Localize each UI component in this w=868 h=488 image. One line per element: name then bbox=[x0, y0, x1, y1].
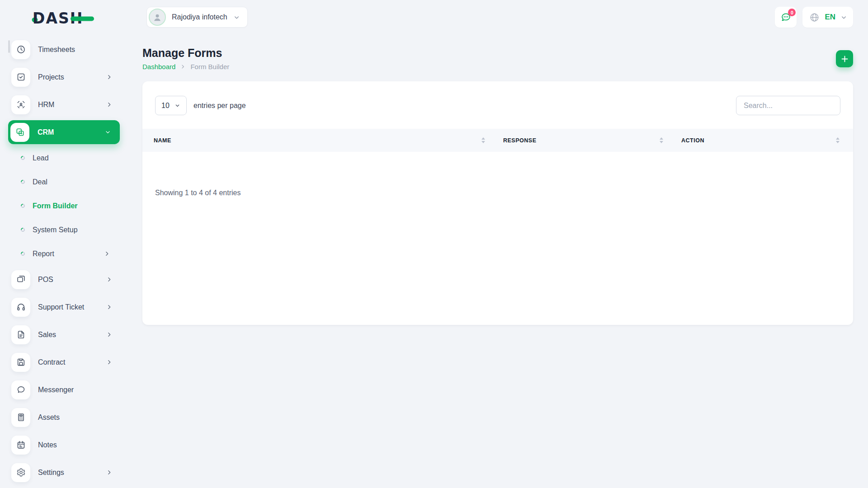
sidebar-item-label: Notes bbox=[38, 441, 57, 449]
circle-bullet-icon bbox=[20, 179, 26, 185]
chevron-down-icon bbox=[175, 103, 180, 108]
sort-icon[interactable] bbox=[660, 137, 663, 143]
sidebar-item-lead[interactable]: Lead bbox=[0, 146, 119, 170]
circle-bullet-icon bbox=[20, 203, 26, 209]
user-icon bbox=[149, 9, 166, 26]
circle-bullet-icon bbox=[20, 227, 26, 233]
sidebar-item-projects[interactable]: Projects bbox=[0, 63, 119, 91]
sidebar-item-label: HRM bbox=[38, 101, 54, 109]
file-text-icon bbox=[11, 325, 30, 344]
language-selector[interactable]: EN bbox=[802, 7, 853, 28]
sidebar-item-support-ticket[interactable]: Support Ticket bbox=[0, 293, 119, 321]
sidebar-item-label: Contract bbox=[38, 358, 65, 366]
chevron-right-icon bbox=[106, 102, 112, 108]
chevron-right-icon bbox=[104, 251, 110, 257]
sidebar-item-label: Settings bbox=[38, 469, 64, 477]
column-header-response[interactable]: RESPONSE bbox=[492, 129, 670, 152]
column-label: ACTION bbox=[681, 137, 704, 144]
sidebar-item-label: POS bbox=[38, 276, 53, 284]
breadcrumb-link-dashboard[interactable]: Dashboard bbox=[142, 63, 175, 70]
sort-icon[interactable] bbox=[836, 137, 840, 143]
chevron-down-icon bbox=[105, 129, 111, 135]
sidebar-item-crm[interactable]: CRM bbox=[8, 120, 120, 144]
sidebar-item-label: Lead bbox=[33, 154, 49, 162]
overlap-squares-icon bbox=[10, 123, 29, 142]
sidebar-item-label: Sales bbox=[38, 331, 56, 339]
sidebar-item-label: Timesheets bbox=[38, 46, 75, 54]
message-icon bbox=[11, 380, 30, 399]
sidebar-item-contract[interactable]: Contract bbox=[0, 348, 119, 376]
column-header-action[interactable]: ACTION bbox=[670, 129, 853, 152]
page-title: Manage Forms bbox=[142, 47, 229, 60]
column-label: NAME bbox=[154, 137, 171, 144]
chevron-down-icon bbox=[840, 14, 847, 21]
language-label: EN bbox=[825, 13, 835, 22]
chevron-right-icon bbox=[106, 332, 112, 338]
forms-table: NAMERESPONSEACTION bbox=[142, 129, 853, 152]
sidebar-item-sales[interactable]: Sales bbox=[0, 321, 119, 348]
sidebar-item-system-setup[interactable]: System Setup bbox=[0, 218, 119, 242]
chevron-right-icon bbox=[106, 359, 112, 365]
company-selector[interactable]: Rajodiya infotech bbox=[146, 7, 248, 28]
chevron-down-icon bbox=[233, 14, 240, 21]
calculator-icon bbox=[11, 408, 30, 427]
add-form-button[interactable] bbox=[836, 50, 853, 67]
check-square-icon bbox=[11, 68, 30, 87]
sidebar-item-messenger[interactable]: Messenger bbox=[0, 376, 119, 404]
column-header-name[interactable]: NAME bbox=[142, 129, 492, 152]
notification-badge: 0 bbox=[788, 9, 796, 16]
sidebar-item-pos[interactable]: POS bbox=[0, 266, 119, 293]
header: DASH Rajodiya infotech 0 EN bbox=[0, 0, 868, 34]
sidebar: TimesheetsProjectsHRMCRMLeadDealForm Bui… bbox=[0, 34, 119, 488]
scan-user-icon bbox=[11, 95, 30, 114]
chevron-right-icon bbox=[106, 469, 112, 475]
headset-icon bbox=[11, 298, 30, 317]
app-logo[interactable]: DASH bbox=[32, 7, 99, 29]
save-icon bbox=[11, 353, 30, 372]
sidebar-item-label: Deal bbox=[33, 178, 47, 186]
sidebar-item-label: CRM bbox=[38, 128, 54, 136]
sidebar-item-assets[interactable]: Assets bbox=[0, 404, 119, 431]
globe-icon bbox=[809, 12, 820, 23]
sidebar-item-label: Support Ticket bbox=[38, 303, 84, 311]
sidebar-item-timesheets[interactable]: Timesheets bbox=[0, 36, 119, 63]
messages-button[interactable]: 0 bbox=[775, 7, 797, 28]
sidebar-item-report[interactable]: Report bbox=[0, 242, 119, 266]
chevron-right-icon bbox=[106, 74, 112, 80]
sidebar-item-deal[interactable]: Deal bbox=[0, 170, 119, 194]
breadcrumb: Dashboard Form Builder bbox=[142, 63, 229, 70]
chevron-right-icon bbox=[106, 304, 112, 310]
sidebar-item-label: Assets bbox=[38, 413, 60, 422]
column-label: RESPONSE bbox=[503, 137, 536, 144]
sidebar-item-hrm[interactable]: HRM bbox=[0, 91, 119, 118]
gear-icon bbox=[11, 463, 30, 482]
main-content: Manage Forms Dashboard Form Builder 10 e… bbox=[119, 34, 868, 488]
plus-icon bbox=[840, 55, 849, 63]
chevron-right-icon bbox=[180, 64, 185, 69]
chevron-right-icon bbox=[106, 277, 112, 282]
entries-per-page-select[interactable]: 10 bbox=[155, 96, 187, 115]
entries-per-page-label: entries per page bbox=[193, 102, 246, 110]
sidebar-item-label: System Setup bbox=[33, 226, 78, 234]
pos-window-icon bbox=[11, 270, 30, 289]
sidebar-item-label: Form Builder bbox=[33, 202, 78, 210]
clock-icon bbox=[11, 40, 30, 59]
sidebar-item-label: Messenger bbox=[38, 386, 74, 394]
search-input[interactable] bbox=[736, 96, 840, 115]
sort-icon[interactable] bbox=[481, 137, 485, 143]
sidebar-item-label: Projects bbox=[38, 73, 64, 81]
sidebar-item-settings[interactable]: Settings bbox=[0, 459, 119, 486]
company-name: Rajodiya infotech bbox=[172, 13, 227, 21]
calendar-icon bbox=[11, 436, 30, 455]
sidebar-item-notes[interactable]: Notes bbox=[0, 431, 119, 459]
sidebar-item-form-builder[interactable]: Form Builder bbox=[0, 194, 119, 218]
circle-bullet-icon bbox=[20, 155, 26, 161]
sidebar-item-label: Report bbox=[33, 250, 54, 258]
breadcrumb-current: Form Builder bbox=[190, 63, 229, 70]
forms-card: 10 entries per page NAMERESPONSEACTION S… bbox=[142, 81, 853, 325]
table-summary: Showing 1 to 4 of 4 entries bbox=[142, 152, 853, 197]
entries-per-page-value: 10 bbox=[161, 102, 170, 110]
circle-bullet-icon bbox=[20, 251, 26, 257]
